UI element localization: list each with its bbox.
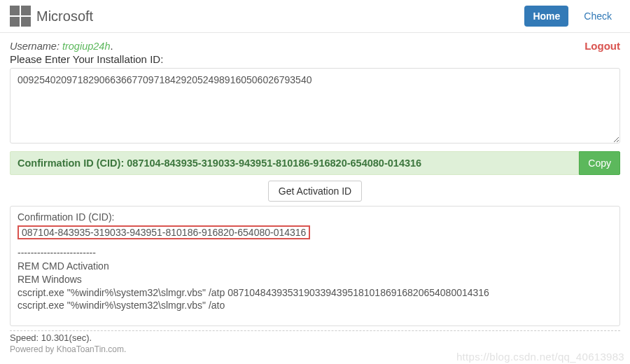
iid-prompt: Please Enter Your Installation ID: [10, 53, 620, 65]
copy-button[interactable]: Copy [579, 151, 620, 175]
cid-label: Confirmation ID (CID): [18, 158, 127, 169]
nav-check-link[interactable]: Check [575, 6, 620, 27]
result-cmd2: cscript.exe "%windir%\system32\slmgr.vbs… [18, 299, 612, 312]
result-rem2: REM Windows [18, 273, 612, 286]
confirmation-id-bar: Confirmation ID (CID): 087104-843935-319… [10, 151, 620, 175]
username-label: Username: [10, 41, 62, 52]
result-cmd1: cscript.exe "%windir%\system32\slmgr.vbs… [18, 286, 612, 300]
brand-name: Microsoft [36, 8, 93, 24]
installation-id-input[interactable] [10, 68, 620, 144]
result-output[interactable]: Confirmation ID (CID): 087104-843935-319… [10, 206, 620, 326]
result-cid-label: Confirmation ID (CID): [18, 211, 612, 224]
main-container: Username: trogiup24h. Logout Please Ente… [0, 33, 630, 358]
powered-by: Powered by KhoaToanTin.com. [10, 344, 620, 354]
username-suffix: . [110, 41, 113, 52]
user-row: Username: trogiup24h. Logout [10, 40, 620, 52]
username-display: Username: trogiup24h. [10, 41, 113, 52]
navbar: Microsoft Home Check [0, 0, 630, 33]
get-activation-row: Get Activation ID [10, 181, 620, 202]
result-rem1: REM CMD Activation [18, 260, 612, 273]
nav-right: Home Check [524, 6, 620, 27]
result-cid-highlight: 087104-843935-319033-943951-810186-91682… [18, 225, 310, 239]
cid-value: 087104-843935-319033-943951-810186-91682… [127, 158, 421, 169]
get-activation-id-button[interactable]: Get Activation ID [268, 181, 362, 202]
speed-line: Speed: 10.301(sec). [10, 330, 620, 343]
brand: Microsoft [10, 6, 93, 27]
microsoft-logo-icon [10, 6, 31, 27]
confirmation-id-message: Confirmation ID (CID): 087104-843935-319… [10, 151, 579, 175]
username-value: trogiup24h [62, 41, 111, 52]
nav-home-button[interactable]: Home [524, 6, 568, 27]
logout-link[interactable]: Logout [584, 40, 620, 52]
result-separator: ------------------------ [18, 246, 612, 260]
